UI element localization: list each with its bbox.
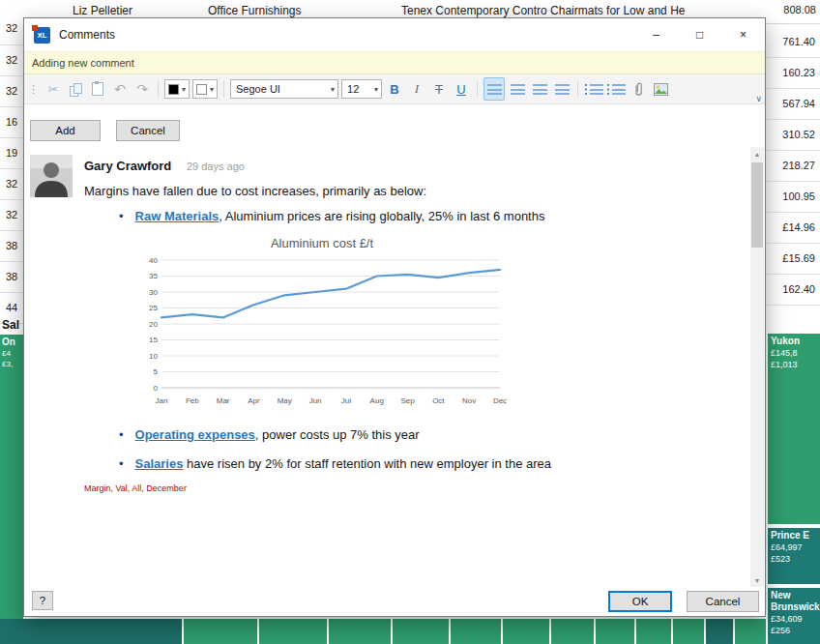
cancel-comment-button[interactable]: Cancel [116,120,180,141]
undo-icon[interactable]: ↶ [110,78,130,100]
cell-category[interactable]: Office Furnishings [208,4,302,17]
svg-text:May: May [278,396,292,405]
treemap-cell[interactable] [503,619,549,644]
dialog-titlebar[interactable]: XL Comments – □ × [24,18,765,51]
raw-materials-link[interactable]: Raw Materials [135,209,220,223]
redo-icon[interactable]: ↷ [132,78,152,100]
align-center-button[interactable] [508,78,527,100]
value-cell[interactable]: £14.96 [766,213,820,244]
toolbar-overflow-icon[interactable]: ∨ [755,94,762,103]
font-family-combobox[interactable]: Segoe UI [230,79,338,99]
value-cell[interactable]: 160.23 [766,58,820,89]
attachment-button[interactable] [629,78,648,100]
treemap-cell[interactable] [735,619,766,644]
row-number[interactable]: 32 [0,23,23,45]
numbered-list-icon [612,84,626,95]
maximize-button[interactable]: □ [678,18,721,51]
treemap-cell-new-brunswick[interactable]: New Brunswick £34,609 £256 [766,586,820,644]
svg-text:Aug: Aug [370,396,384,405]
italic-button[interactable]: I [407,78,426,100]
svg-text:5: 5 [154,367,159,376]
scrollbar-thumb[interactable] [751,162,763,248]
value-cell[interactable]: 218.27 [766,151,820,182]
value-cell[interactable]: 761.40 [766,27,820,58]
toolbar-grip-icon[interactable]: ⋮ [28,83,39,96]
treemap-cell[interactable] [184,619,257,644]
treemap-cell[interactable] [0,619,182,644]
treemap-cell[interactable] [393,619,449,644]
bullet-list-button[interactable] [584,78,603,100]
scroll-down-icon[interactable]: ▼ [750,573,764,588]
chart-title: Aluminium cost £/t [132,236,512,250]
app-icon: XL [34,27,50,44]
help-button[interactable]: ? [32,591,53,610]
row-number[interactable]: 19 [0,138,23,169]
salaries-link[interactable]: Salaries [135,456,184,471]
cell-customer[interactable]: Liz Pelletier [73,4,132,17]
close-button[interactable]: × [721,18,765,51]
cell-product[interactable]: Tenex Contemporary Contro Chairmats for … [401,4,685,17]
font-color-picker[interactable] [164,79,190,99]
treemap-label: New Brunswick [771,590,820,613]
row-number[interactable]: 32 [0,76,23,107]
operating-expenses-link[interactable]: Operating expenses [135,427,255,442]
treemap-cell[interactable] [673,619,704,644]
treemap-cell[interactable] [551,619,594,644]
bullet-icon: • [119,456,124,471]
row-number[interactable]: 32 [0,200,23,231]
add-button[interactable]: Add [30,120,101,141]
treemap-cell-ontario[interactable]: On £4 £3, [0,335,23,619]
value-cell[interactable]: 162.40 [766,275,820,306]
comment-author: Gary Crawford [84,159,171,173]
value-cell[interactable]: £15.69 [766,244,820,275]
row-number[interactable]: 32 [0,45,23,76]
strikethrough-button[interactable]: T [429,78,449,100]
minimize-button[interactable]: – [634,18,678,51]
align-right-button[interactable] [530,78,549,100]
comment-thread: Gary Crawford 29 days ago Margins have f… [24,147,750,588]
bullet-icon: • [119,209,124,223]
treemap-cell[interactable] [636,619,671,644]
row-number[interactable]: 38 [0,262,23,293]
insert-image-button[interactable] [651,78,670,100]
highlight-color-swatch [196,84,207,95]
cancel-button[interactable]: Cancel [687,591,759,612]
treemap-cell[interactable] [451,619,501,644]
cut-icon[interactable]: ✂ [44,78,63,100]
vertical-scrollbar[interactable]: ▲ ▼ [750,147,764,588]
bold-button[interactable]: B [385,78,404,100]
align-left-button[interactable] [483,77,505,101]
cell-amount[interactable]: 808.08 [783,4,816,15]
underline-button[interactable]: U [452,78,471,100]
treemap-cell[interactable] [329,619,391,644]
treemap-cell-prince-edward[interactable]: Prince E £64,997 £523 [766,526,820,584]
bullet-item: •Operating expenses, power costs up 7% t… [119,427,420,442]
svg-text:40: 40 [149,256,158,265]
value-cell[interactable]: 567.94 [766,89,820,120]
numbered-list-button[interactable] [606,78,626,100]
highlight-color-picker[interactable] [192,79,218,99]
scroll-up-icon[interactable]: ▲ [750,147,764,161]
row-number[interactable]: 16 [0,107,23,138]
comment-timestamp: 29 days ago [187,161,245,172]
svg-text:25: 25 [149,304,158,312]
copy-icon[interactable] [66,78,85,100]
treemap-value: £523 [771,553,820,565]
treemap-cell-yukon[interactable]: Yukon £145,8 £1,013 [766,334,820,524]
svg-text:Jul: Jul [341,396,351,405]
sales-section-label: Sal [2,318,19,332]
comment-action-bar: Add Cancel [24,104,765,150]
value-cell[interactable]: 310.52 [766,120,820,151]
row-number[interactable]: 32 [0,169,23,200]
treemap-cell[interactable] [259,619,327,644]
paste-icon[interactable] [88,78,107,100]
align-left-icon [487,84,502,95]
row-number[interactable]: 38 [0,231,23,262]
treemap-cell[interactable] [706,619,733,644]
line-chart: 0510152025303540JanFebMarAprMayJunJulAug… [132,252,512,423]
align-justify-button[interactable] [552,78,571,100]
treemap-cell[interactable] [596,619,634,644]
ok-button[interactable]: OK [608,591,672,612]
font-size-combobox[interactable]: 12 [341,79,382,99]
value-cell[interactable]: 100.95 [766,182,820,213]
